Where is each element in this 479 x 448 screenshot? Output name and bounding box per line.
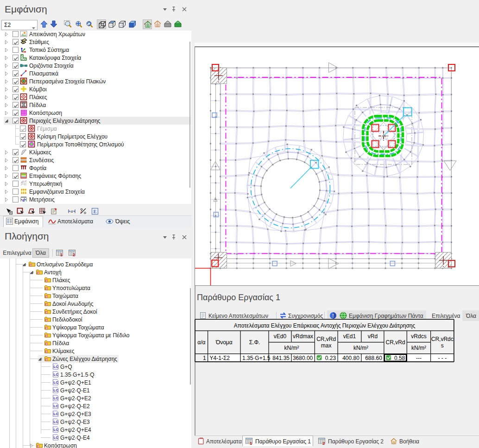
svg-text:LC: LC <box>54 428 59 432</box>
svg-text:Αποτελέσματα Ελέγχου Επάρκειας: Αποτελέσματα Ελέγχου Επάρκειας Αντοχής Π… <box>234 322 416 329</box>
svg-text:vRd: vRd <box>368 333 378 340</box>
svg-text:Όνομα: Όνομα <box>215 339 233 346</box>
svg-text:vEd1: vEd1 <box>343 333 356 340</box>
svg-text:B: B <box>46 318 48 321</box>
svg-text:B: B <box>38 444 39 447</box>
svg-text:d: d <box>23 197 25 202</box>
svg-text:B: B <box>46 310 48 313</box>
svg-text:LC: LC <box>54 420 59 424</box>
svg-text:2: 2 <box>73 252 75 257</box>
svg-text:B: B <box>46 287 48 290</box>
svg-text:---: --- <box>416 355 422 361</box>
svg-text:LC: LC <box>54 388 59 392</box>
svg-text:d: d <box>71 209 73 214</box>
svg-text:s: s <box>441 342 444 349</box>
svg-text:B: B <box>30 263 32 266</box>
svg-text:B: B <box>46 295 48 297</box>
svg-text:LC: LC <box>54 365 59 369</box>
svg-text:Υ4-1-Σ2: Υ4-1-Σ2 <box>210 355 230 361</box>
svg-text:B: B <box>46 350 48 353</box>
svg-text:Σ.Φ.: Σ.Φ. <box>249 339 260 346</box>
svg-text:CR,vRd: CR,vRd <box>386 339 405 346</box>
svg-text:B: B <box>46 326 48 329</box>
svg-text:B: B <box>46 334 48 337</box>
svg-text:kN/m²: kN/m² <box>284 345 299 351</box>
svg-text:688.60: 688.60 <box>365 355 382 361</box>
svg-text:LC: LC <box>54 404 59 408</box>
svg-text:0.58: 0.58 <box>394 355 405 361</box>
svg-text:CR,vRdc: CR,vRdc <box>431 336 454 342</box>
svg-text:LC: LC <box>54 412 59 416</box>
svg-text:LC: LC <box>54 396 59 400</box>
svg-text:LC: LC <box>54 380 59 385</box>
svg-text:2: 2 <box>322 441 325 445</box>
svg-text:LC: LC <box>54 435 59 440</box>
svg-text:1: 1 <box>60 252 63 257</box>
svg-text:841.35: 841.35 <box>272 355 290 361</box>
svg-text:kN/m²: kN/m² <box>411 345 426 351</box>
svg-text:B: B <box>46 303 48 305</box>
svg-text:α/α: α/α <box>197 339 205 346</box>
svg-text:1: 1 <box>250 441 252 445</box>
svg-text:1: 1 <box>203 355 206 361</box>
svg-text:LC: LC <box>54 372 59 377</box>
svg-text:B: B <box>46 279 48 282</box>
svg-text:0.23: 0.23 <box>325 355 336 361</box>
svg-text:CR,vRd: CR,vRd <box>316 336 336 342</box>
svg-text:3680.00: 3680.00 <box>293 355 313 361</box>
svg-text:E: E <box>94 208 97 214</box>
svg-text:max: max <box>321 342 332 349</box>
svg-text:vEd0: vEd0 <box>274 333 287 340</box>
svg-text:400.80: 400.80 <box>342 355 359 361</box>
svg-text:B: B <box>38 271 39 274</box>
svg-text:- - -: - - - <box>438 355 447 361</box>
svg-text:kN/m²: kN/m² <box>353 345 368 351</box>
svg-text:vRdcs: vRdcs <box>411 333 426 340</box>
svg-text:B: B <box>46 342 48 345</box>
svg-text:1.35·G+1.5: 1.35·G+1.5 <box>242 355 271 361</box>
svg-text:vRdmax: vRdmax <box>293 333 313 340</box>
svg-text:B: B <box>46 358 48 360</box>
